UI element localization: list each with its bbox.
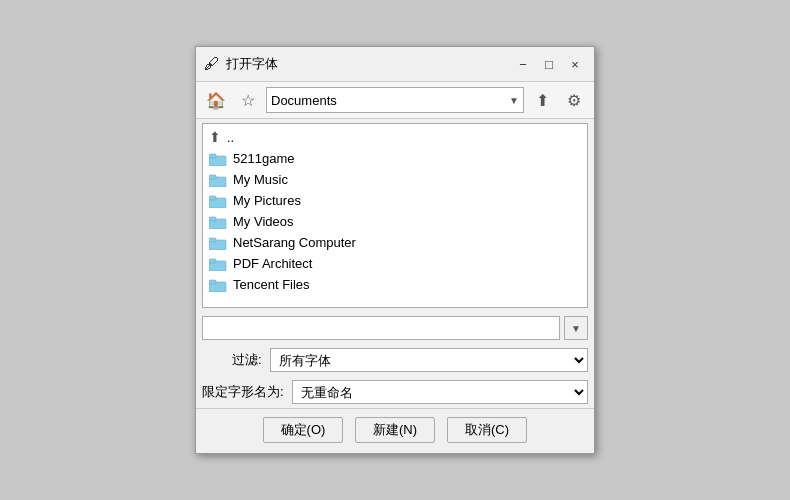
filter-select[interactable]: 所有字体: [270, 348, 588, 372]
svg-rect-3: [209, 175, 216, 179]
window-title: 打开字体: [226, 55, 512, 73]
settings-button[interactable]: ⚙: [560, 86, 588, 114]
filename-dropdown-button[interactable]: ▼: [564, 316, 588, 340]
home-button[interactable]: 🏠: [202, 86, 230, 114]
glyph-row: 限定字形名为: 无重命名: [196, 376, 594, 408]
location-text: Documents: [271, 93, 509, 108]
glyph-select-wrapper: 无重命名: [292, 380, 588, 404]
home-icon: 🏠: [206, 91, 226, 110]
minimize-button[interactable]: −: [512, 53, 534, 75]
up-button[interactable]: ⬆: [528, 86, 556, 114]
close-button[interactable]: ×: [564, 53, 586, 75]
parent-arrow-icon: ⬆: [209, 129, 221, 145]
filter-label: 过滤:: [232, 351, 262, 369]
toolbar: 🏠 ☆ Documents ▼ ⬆ ⚙: [196, 82, 594, 119]
glyph-select[interactable]: 无重命名: [292, 380, 588, 404]
dialog-window: 🖋 打开字体 − □ × 🏠 ☆ Documents ▼ ⬆ ⚙ ⬆: [195, 46, 595, 454]
folder-name: My Videos: [233, 214, 293, 229]
new-button[interactable]: 新建(N): [355, 417, 435, 443]
folder-icon: [209, 215, 227, 229]
title-bar: 🖋 打开字体 − □ ×: [196, 47, 594, 82]
folder-name: PDF Architect: [233, 256, 312, 271]
folder-icon: [209, 278, 227, 292]
filter-row: 过滤: 所有字体: [196, 344, 594, 376]
svg-rect-1: [209, 154, 216, 158]
svg-rect-13: [209, 280, 216, 284]
button-row: 确定(O) 新建(N) 取消(C): [196, 409, 594, 453]
svg-rect-5: [209, 196, 216, 200]
list-item[interactable]: My Music: [203, 169, 587, 190]
bookmark-button[interactable]: ☆: [234, 86, 262, 114]
gear-icon: ⚙: [567, 91, 581, 110]
dropdown-icon: ▼: [571, 323, 581, 334]
folder-name: NetSarang Computer: [233, 235, 356, 250]
up-icon: ⬆: [536, 91, 549, 110]
filter-select-wrapper: 所有字体: [270, 348, 588, 372]
list-item[interactable]: My Pictures: [203, 190, 587, 211]
list-item[interactable]: 5211game: [203, 148, 587, 169]
svg-rect-9: [209, 238, 216, 242]
folder-name: My Music: [233, 172, 288, 187]
list-item[interactable]: My Videos: [203, 211, 587, 232]
folder-name: 5211game: [233, 151, 294, 166]
list-item[interactable]: PDF Architect: [203, 253, 587, 274]
folder-icon: [209, 173, 227, 187]
svg-rect-11: [209, 259, 216, 263]
folder-icon: [209, 194, 227, 208]
folder-name: My Pictures: [233, 193, 301, 208]
location-bar[interactable]: Documents ▼: [266, 87, 524, 113]
list-item[interactable]: NetSarang Computer: [203, 232, 587, 253]
location-dropdown-icon: ▼: [509, 95, 519, 106]
folder-icon: [209, 152, 227, 166]
ok-button[interactable]: 确定(O): [263, 417, 343, 443]
window-icon: 🖋: [204, 55, 220, 73]
star-icon: ☆: [241, 91, 255, 110]
folder-icon: [209, 236, 227, 250]
parent-directory-item[interactable]: ⬆ ..: [203, 126, 587, 148]
svg-rect-7: [209, 217, 216, 221]
folder-icon: [209, 257, 227, 271]
parent-directory-label: ..: [227, 130, 234, 145]
file-list: ⬆ .. 5211game My: [203, 124, 587, 297]
folder-name: Tencent Files: [233, 277, 310, 292]
cancel-button[interactable]: 取消(C): [447, 417, 527, 443]
maximize-button[interactable]: □: [538, 53, 560, 75]
title-bar-buttons: − □ ×: [512, 53, 586, 75]
list-item[interactable]: Tencent Files: [203, 274, 587, 295]
file-list-container[interactable]: ⬆ .. 5211game My: [202, 123, 588, 308]
glyph-label: 限定字形名为:: [202, 383, 284, 401]
filename-input[interactable]: [202, 316, 560, 340]
filename-row: ▼: [196, 312, 594, 344]
